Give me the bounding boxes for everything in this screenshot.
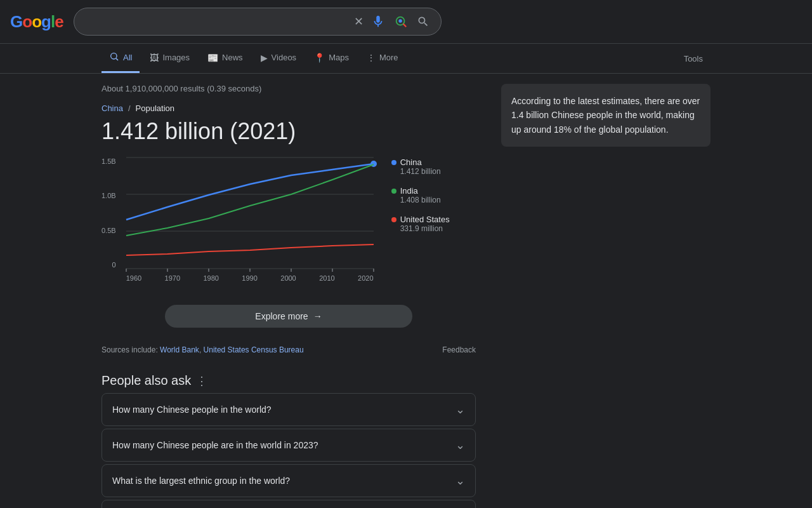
y-label-1.5b: 1.5B: [102, 157, 116, 165]
x-label-2000: 2000: [280, 274, 296, 282]
world-bank-link[interactable]: World Bank: [160, 345, 199, 354]
india-line: [126, 164, 374, 236]
breadcrumb: China / Population: [102, 104, 476, 113]
china-line: [126, 164, 374, 220]
main-content: About 1,910,000,000 results (0.39 second…: [0, 84, 812, 508]
breadcrumb-separator: /: [128, 104, 131, 113]
tab-videos[interactable]: ▶ Videos: [253, 45, 304, 72]
chevron-down-icon-0: ⌄: [455, 403, 465, 417]
china-dot: [370, 161, 377, 167]
paa-item-1[interactable]: How many Chinese people are in the world…: [102, 429, 476, 462]
paa-header: People also ask ⋮: [102, 373, 476, 388]
svg-point-1: [398, 19, 402, 22]
header: Google the number of Chinese people ✕: [0, 0, 812, 44]
images-icon: 🖼: [150, 53, 159, 63]
paa-menu-button[interactable]: ⋮: [196, 374, 207, 388]
left-content: About 1,910,000,000 results (0.39 second…: [102, 84, 476, 508]
paa-question-0: How many Chinese people in the world?: [112, 404, 272, 415]
arrow-icon: →: [313, 311, 322, 321]
maps-icon: 📍: [314, 53, 325, 63]
y-label-0.5b: 0.5B: [102, 227, 116, 234]
us-value: 331.9 million: [391, 224, 450, 233]
census-bureau-link[interactable]: United States Census Bureau: [204, 345, 304, 354]
more-icon: ⋮: [367, 53, 376, 63]
chevron-down-icon-1: ⌄: [455, 438, 465, 452]
feedback-link[interactable]: Feedback: [442, 345, 476, 354]
tab-more[interactable]: ⋮ More: [359, 45, 406, 72]
paa-question-2: What is the largest ethnic group in the …: [112, 476, 290, 486]
india-dot-legend: [391, 189, 396, 194]
us-dot-legend: [391, 217, 396, 222]
india-value: 1.408 billion: [391, 196, 450, 204]
tools-button[interactable]: Tools: [676, 46, 710, 71]
y-label-1b: 1.0B: [102, 192, 116, 199]
china-value: 1.412 billion: [391, 167, 450, 176]
results-count: About 1,910,000,000 results (0.39 second…: [102, 84, 476, 93]
us-line: [126, 244, 374, 255]
chevron-down-icon-2: ⌄: [455, 474, 465, 488]
tab-news[interactable]: 📰 News: [200, 45, 251, 72]
us-label: United States: [400, 215, 450, 224]
chart-legend: China 1.412 billion India 1.408 billion: [391, 157, 450, 233]
sources-text: Sources include: World Bank, United Stat…: [102, 345, 304, 354]
videos-icon: ▶: [261, 53, 268, 63]
tab-images[interactable]: 🖼 Images: [142, 45, 197, 72]
lens-search-button[interactable]: [393, 13, 409, 30]
legend-us: United States 331.9 million: [391, 215, 450, 233]
all-icon: [109, 51, 119, 64]
clear-button[interactable]: ✕: [354, 15, 363, 29]
legend-india: India 1.408 billion: [391, 186, 450, 204]
news-icon: 📰: [207, 53, 218, 63]
china-label: China: [400, 157, 422, 167]
search-input[interactable]: the number of Chinese people: [84, 16, 349, 27]
breadcrumb-parent[interactable]: China: [102, 104, 123, 113]
population-chart[interactable]: [126, 157, 374, 269]
svg-line-2: [403, 24, 406, 27]
search-button[interactable]: [416, 14, 431, 29]
legend-china: China 1.412 billion: [391, 157, 450, 176]
paa-title: People also ask: [102, 373, 191, 388]
sources-row: Sources include: World Bank, United Stat…: [102, 345, 476, 354]
paa-item-2[interactable]: What is the largest ethnic group in the …: [102, 464, 476, 497]
tab-all[interactable]: All: [102, 44, 140, 73]
x-label-1970: 1970: [165, 274, 180, 282]
svg-line-4: [116, 58, 118, 60]
nav-tabs: All 🖼 Images 📰 News ▶ Videos 📍 Maps ⋮ Mo…: [0, 44, 812, 74]
search-bar: the number of Chinese people ✕: [74, 8, 442, 36]
voice-search-button[interactable]: [370, 13, 386, 30]
explore-more-button[interactable]: Explore more →: [165, 305, 412, 328]
tab-maps[interactable]: 📍 Maps: [306, 45, 357, 72]
google-logo[interactable]: Google: [10, 12, 63, 32]
search-icon: [417, 15, 429, 28]
india-label: India: [400, 186, 418, 196]
breadcrumb-current: Population: [136, 104, 174, 113]
x-label-1980: 1980: [203, 274, 218, 282]
paa-item-3[interactable]: What was the population of the Chinese c…: [102, 500, 476, 508]
x-label-2010: 2010: [319, 274, 334, 282]
y-label-0: 0: [102, 261, 116, 269]
population-title: 1.412 billion (2021): [102, 118, 476, 145]
x-label-2020: 2020: [358, 274, 373, 282]
paa-question-1: How many Chinese people are in the world…: [112, 440, 318, 450]
right-content: According to the latest estimates, there…: [501, 84, 710, 508]
mic-icon: [371, 15, 385, 29]
search-icons: ✕: [354, 13, 431, 30]
info-card: According to the latest estimates, there…: [501, 84, 710, 147]
info-card-text: According to the latest estimates, there…: [511, 94, 700, 137]
x-label-1990: 1990: [242, 274, 257, 282]
x-label-1960: 1960: [126, 274, 141, 282]
paa-item-0[interactable]: How many Chinese people in the world? ⌄: [102, 393, 476, 426]
china-dot-legend: [391, 160, 396, 165]
svg-point-3: [111, 53, 117, 59]
lens-icon: [394, 15, 408, 29]
